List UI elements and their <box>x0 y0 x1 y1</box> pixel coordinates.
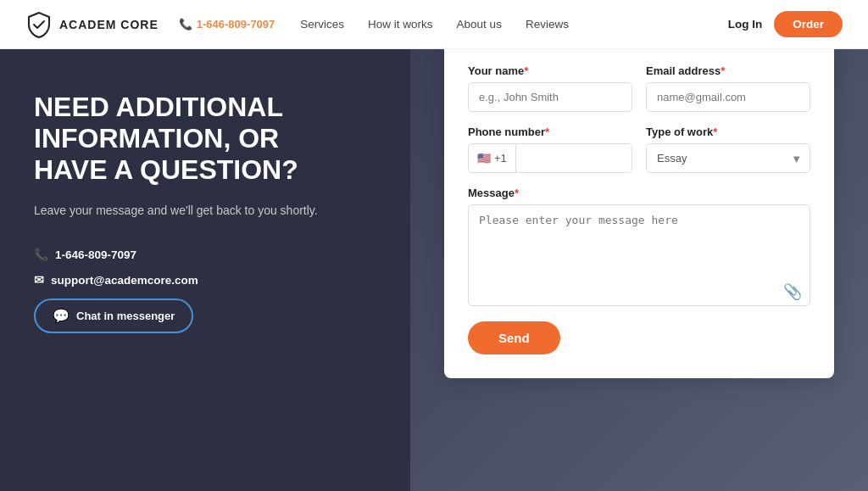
contact-phone[interactable]: 📞 1-646-809-7097 <box>34 248 376 261</box>
email-input[interactable] <box>646 82 810 112</box>
sub-text: Leave your message and we'll get back to… <box>34 204 376 217</box>
name-group: Your name* <box>468 64 632 112</box>
message-textarea[interactable] <box>468 204 810 306</box>
nav-reviews[interactable]: Reviews <box>526 18 569 31</box>
messenger-button[interactable]: 💬 Chat in messenger <box>34 299 193 333</box>
main-nav: Services How it works About us Reviews <box>300 18 727 31</box>
type-group: Type of work* Essay Research Paper Thesi… <box>646 126 810 173</box>
form-row-1: Your name* Email address* <box>468 64 810 112</box>
phone-icon: 📞 <box>34 248 48 261</box>
messenger-icon: 💬 <box>53 308 70 324</box>
email-label: Email address* <box>646 64 810 77</box>
nav-about-us[interactable]: About us <box>457 18 502 31</box>
phone-input[interactable] <box>516 144 632 172</box>
flag-icon: 🇺🇸 <box>477 152 491 165</box>
left-panel: NEED ADDITIONAL INFORMATION, OR HAVE A Q… <box>0 49 410 491</box>
main-heading: NEED ADDITIONAL INFORMATION, OR HAVE A Q… <box>34 92 376 185</box>
header-actions: Log In Order <box>728 11 843 37</box>
type-select-wrap: Essay Research Paper Thesis Dissertation… <box>646 143 810 173</box>
type-label: Type of work* <box>646 126 810 138</box>
logo: ACADEM CORE <box>25 11 159 38</box>
send-button[interactable]: Send <box>468 321 560 354</box>
contact-email[interactable]: ✉ support@academcore.com <box>34 273 376 287</box>
message-label: Message* <box>468 187 810 199</box>
phone-icon: 📞 <box>179 18 192 31</box>
logo-icon <box>25 11 53 38</box>
logo-text: ACADEM CORE <box>59 18 159 31</box>
phone-group: Phone number* 🇺🇸 +1 <box>468 126 632 173</box>
contact-form-card: Your name* Email address* Phone number* <box>444 41 834 378</box>
phone-prefix: +1 <box>494 152 507 165</box>
message-group: Message* 📎 <box>468 187 810 310</box>
header-phone[interactable]: 📞 1-646-809-7097 <box>179 18 275 31</box>
main-container: NEED ADDITIONAL INFORMATION, OR HAVE A Q… <box>0 49 868 491</box>
type-select[interactable]: Essay Research Paper Thesis Dissertation… <box>646 143 810 173</box>
nav-how-it-works[interactable]: How it works <box>368 18 433 31</box>
nav-services[interactable]: Services <box>300 18 344 31</box>
attach-icon[interactable]: 📎 <box>783 282 802 301</box>
phone-flag-prefix: 🇺🇸 +1 <box>469 144 516 172</box>
right-panel: Your name* Email address* Phone number* <box>410 49 868 491</box>
textarea-wrap: 📎 <box>468 204 810 310</box>
header: ACADEM CORE 📞 1-646-809-7097 Services Ho… <box>0 0 868 49</box>
phone-input-wrap: 🇺🇸 +1 <box>468 143 632 173</box>
order-button[interactable]: Order <box>774 11 843 37</box>
email-group: Email address* <box>646 64 810 112</box>
phone-label: Phone number* <box>468 126 632 138</box>
email-icon: ✉ <box>34 273 44 287</box>
name-label: Your name* <box>468 64 632 77</box>
name-input[interactable] <box>468 82 632 112</box>
login-button[interactable]: Log In <box>728 18 763 31</box>
form-row-2: Phone number* 🇺🇸 +1 Type of work* <box>468 126 810 173</box>
